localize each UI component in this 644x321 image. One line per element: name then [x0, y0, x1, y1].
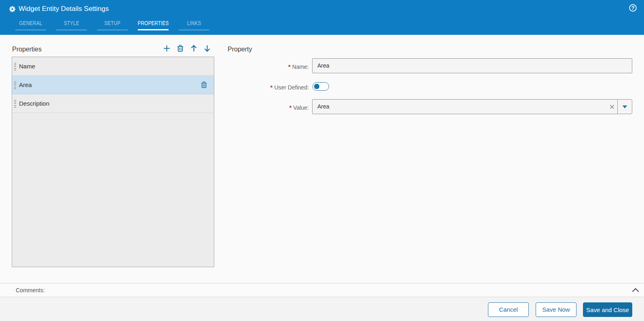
- svg-text:?: ?: [631, 5, 635, 11]
